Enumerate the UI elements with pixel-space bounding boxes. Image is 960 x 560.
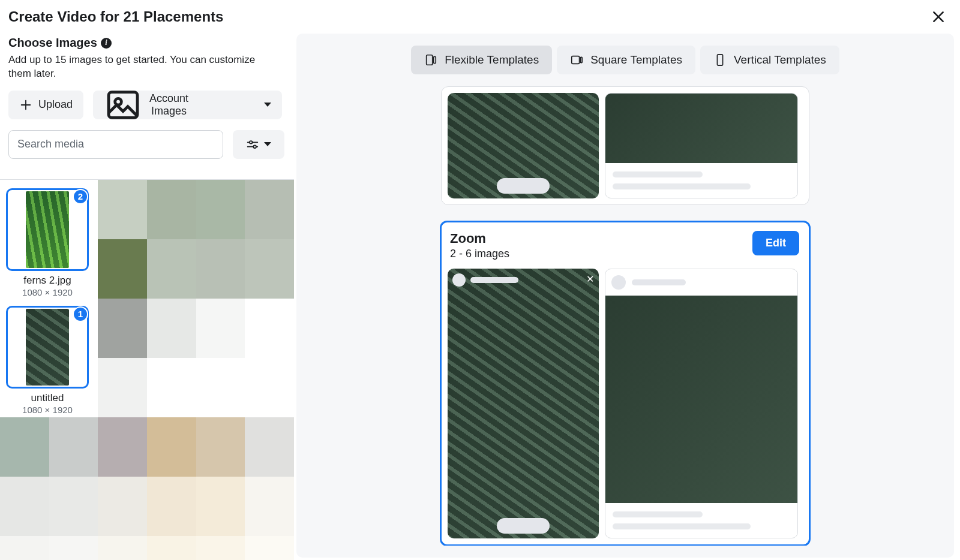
media-grid-cell[interactable] [0, 536, 49, 560]
media-grid-cell[interactable] [196, 536, 245, 560]
tab-vertical[interactable]: Vertical Templates [700, 46, 839, 74]
media-grid-area: 2 ferns 2.jpg 1080 × 1920 1 untitled 108… [0, 179, 294, 560]
selected-image-1[interactable]: 2 ferns 2.jpg 1080 × 1920 [6, 188, 89, 297]
media-grid-cell[interactable] [245, 477, 294, 536]
media-grid-cell[interactable] [245, 180, 294, 239]
media-grid-cell[interactable] [196, 358, 245, 417]
cta-pill [497, 518, 550, 534]
media-grid-cell[interactable] [245, 299, 294, 358]
svg-rect-11 [434, 57, 436, 64]
selected-image-2[interactable]: 1 untitled 1080 × 1920 [6, 306, 89, 415]
svg-rect-14 [717, 55, 722, 65]
media-grid-cell[interactable] [245, 239, 294, 299]
cta-pill [497, 178, 550, 194]
chevron-down-icon [264, 103, 271, 107]
choose-images-label: Choose Images [8, 36, 97, 50]
svg-point-7 [250, 141, 253, 144]
image-icon [104, 86, 142, 124]
template-card-preview[interactable] [441, 86, 809, 205]
template-title: Zoom [450, 231, 509, 246]
name-placeholder [470, 277, 518, 283]
left-panel: Choose Images i Add up to 15 images to g… [0, 34, 294, 560]
placeholder-line [613, 183, 751, 189]
tab-label: Square Templates [590, 53, 682, 67]
media-grid-cell[interactable] [98, 239, 147, 299]
media-grid-cell[interactable] [98, 536, 147, 560]
media-grid-cell[interactable] [0, 417, 49, 477]
sliders-icon [246, 139, 259, 150]
name-placeholder [632, 279, 686, 285]
filter-button[interactable] [233, 130, 284, 159]
close-button[interactable] [928, 6, 949, 28]
thumbnail-image [26, 191, 69, 268]
image-filename: untitled [31, 392, 64, 404]
choose-images-heading: Choose Images i [8, 36, 286, 50]
media-grid-cell[interactable] [98, 180, 147, 239]
image-filename: ferns 2.jpg [23, 275, 71, 287]
tab-label: Flexible Templates [445, 53, 539, 67]
media-grid-cell[interactable] [147, 477, 196, 536]
svg-point-9 [253, 145, 256, 148]
feed-preview [605, 93, 798, 198]
tab-flexible[interactable]: Flexible Templates [411, 46, 552, 74]
media-grid-cell[interactable] [245, 358, 294, 417]
media-grid-cell[interactable] [0, 477, 49, 536]
media-grid-cell[interactable] [98, 477, 147, 536]
svg-rect-12 [572, 56, 580, 64]
media-grid-cell[interactable] [147, 417, 196, 477]
avatar-icon [452, 273, 466, 287]
close-icon [931, 9, 946, 25]
right-panel: Flexible Templates Square Templates Vert… [296, 34, 954, 558]
image-dimensions: 1080 × 1920 [22, 287, 73, 297]
story-preview [448, 93, 599, 198]
feed-preview [605, 269, 798, 538]
media-grid-cell[interactable] [196, 180, 245, 239]
chevron-down-icon [264, 142, 271, 146]
media-grid-cell[interactable] [196, 417, 245, 477]
media-grid-cell[interactable] [196, 299, 245, 358]
placeholder-line [613, 523, 751, 529]
media-grid-cell[interactable] [245, 417, 294, 477]
media-grid-cell[interactable] [147, 536, 196, 560]
template-card-zoom[interactable]: Zoom 2 - 6 images Edit ✕ [440, 221, 811, 546]
search-input[interactable] [8, 130, 223, 159]
svg-rect-4 [109, 92, 137, 118]
vertical-icon [713, 53, 727, 67]
media-grid-cell[interactable] [196, 239, 245, 299]
square-icon [570, 53, 583, 67]
page-title: Create Video for 21 Placements [8, 8, 223, 25]
upload-label: Upload [38, 98, 73, 111]
selection-badge: 1 [73, 306, 88, 322]
tab-square[interactable]: Square Templates [557, 46, 695, 74]
story-preview: ✕ [448, 269, 599, 538]
tab-label: Vertical Templates [734, 53, 826, 67]
media-grid-cell[interactable] [98, 358, 147, 417]
preview-image [605, 296, 797, 503]
template-subtitle: 2 - 6 images [450, 248, 509, 260]
flexible-icon [424, 53, 437, 67]
media-grid-cell[interactable] [147, 358, 196, 417]
media-grid-cell[interactable] [49, 417, 98, 477]
media-grid-cell[interactable] [245, 536, 294, 560]
media-grid-cell[interactable] [147, 180, 196, 239]
image-dimensions: 1080 × 1920 [22, 405, 73, 415]
svg-rect-13 [581, 57, 583, 62]
template-tabs: Flexible Templates Square Templates Vert… [411, 46, 839, 74]
media-grid-cell[interactable] [98, 417, 147, 477]
edit-button[interactable]: Edit [752, 231, 799, 255]
media-grid-cell[interactable] [147, 299, 196, 358]
placeholder-line [613, 511, 703, 517]
account-images-dropdown[interactable]: Account Images [93, 91, 282, 119]
media-grid-cell[interactable] [196, 477, 245, 536]
media-grid-cell[interactable] [98, 299, 147, 358]
svg-rect-10 [427, 55, 433, 65]
media-grid-cell[interactable] [49, 477, 98, 536]
media-grid-cell[interactable] [147, 239, 196, 299]
media-grid-cell[interactable] [49, 536, 98, 560]
info-icon[interactable]: i [101, 38, 112, 49]
selection-badge: 2 [73, 189, 88, 204]
plus-icon [19, 98, 32, 112]
avatar-icon [611, 275, 626, 290]
thumbnail-image [26, 309, 69, 386]
upload-button[interactable]: Upload [8, 91, 83, 119]
